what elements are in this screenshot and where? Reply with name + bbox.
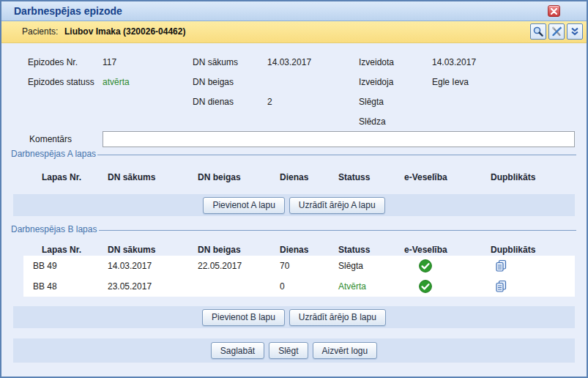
section-b-divider: [99, 230, 576, 231]
cell-statuss: Atvērta: [338, 276, 404, 297]
close-button[interactable]: [548, 5, 560, 17]
cell-dn-sakums: 14.03.2017: [108, 256, 198, 276]
add-b-lapa-button[interactable]: Pievienot B lapu: [202, 309, 285, 326]
status-badge: Atvērta: [338, 281, 366, 292]
detail-row: Izveidoja Egle Ieva: [359, 73, 476, 92]
detail-label: Epizodes Nr.: [28, 53, 103, 73]
detail-row: DN beigas: [193, 73, 311, 92]
detail-row: Epizodes statuss atvērta: [28, 73, 130, 92]
cell-lapas-nr: BB 48: [33, 276, 108, 297]
patient-label: Pacients:: [22, 21, 58, 42]
add-a-lapa-button[interactable]: Pievienot A lapu: [203, 197, 284, 214]
cell-statuss: Slēgta: [338, 256, 404, 276]
close-episode-button[interactable]: Slēgt: [269, 342, 308, 359]
detail-value: 117: [103, 53, 116, 73]
detail-value: 2: [267, 92, 272, 112]
col-header-lapas-nr: Lapas Nr.: [33, 170, 108, 185]
detail-label: Slēdza: [359, 112, 432, 132]
cell-dn-beigas: 22.05.2017: [198, 256, 280, 276]
search-icon: [532, 26, 544, 37]
patient-toolbar: [530, 23, 583, 40]
detail-row: DN sākums 14.03.2017: [193, 53, 311, 73]
col-header-dupblikats: Dupblikāts: [491, 170, 575, 185]
detail-value: 14.03.2017: [432, 53, 476, 73]
col-header-dn-beigas: DN beigas: [198, 170, 280, 185]
detail-row: Izveidota 14.03.2017: [359, 53, 476, 73]
dialog-window: Darbnespējas epizode Pacients: Liubov Im…: [0, 0, 588, 378]
search-button[interactable]: [530, 23, 546, 40]
detail-value: 14.03.2017: [267, 53, 311, 73]
col-header-e-veseliba: e-Veselība: [404, 242, 491, 257]
cell-dupblikats: [491, 259, 575, 273]
green-check-icon: [419, 280, 432, 293]
close-window-button[interactable]: Aizvērt logu: [313, 342, 378, 359]
detail-label: Izveidoja: [359, 73, 432, 92]
detail-label: Epizodes statuss: [28, 73, 103, 92]
detail-row: Epizodes Nr. 117: [28, 53, 130, 73]
table-row[interactable]: BB 48 23.05.2017 0 Atvērta: [23, 276, 575, 297]
col-header-dienas: Dienas: [280, 170, 338, 185]
save-button[interactable]: Saglabāt: [211, 342, 264, 359]
section-b-table-header: Lapas Nr. DN sākums DN beigas Dienas Sta…: [23, 242, 575, 257]
col-header-e-veseliba: e-Veselība: [404, 170, 491, 185]
cell-lapas-nr: BB 49: [33, 256, 108, 276]
cell-e-veseliba: [404, 259, 491, 273]
comment-input[interactable]: [103, 131, 575, 147]
col-header-dn-sakums: DN sākums: [108, 170, 198, 185]
title-bar: Darbnespējas epizode: [1, 1, 587, 21]
col-header-dn-sakums: DN sākums: [108, 242, 198, 257]
green-check-icon: [419, 259, 432, 273]
cell-dn-sakums: 23.05.2017: [108, 276, 198, 297]
col-header-statuss: Statuss: [338, 242, 404, 257]
cell-dupblikats: [491, 280, 575, 293]
col-header-dienas: Dienas: [280, 242, 338, 257]
section-b-button-band: Pievienot B lapu Uzrādīt ārējo B lapu: [13, 306, 575, 328]
page-title: Darbnespējas epizode: [14, 1, 122, 21]
detail-label: Slēgta: [359, 92, 432, 112]
copy-icon[interactable]: [494, 259, 507, 273]
patient-bar: Pacients: Liubov Imaka (320026-04462): [1, 21, 587, 43]
collapse-button[interactable]: [567, 23, 583, 40]
col-header-statuss: Statuss: [338, 170, 404, 185]
col-header-lapas-nr: Lapas Nr.: [33, 242, 108, 257]
detail-row: Slēgta: [359, 92, 476, 112]
show-external-b-lapa-button[interactable]: Uzrādīt ārējo B lapu: [289, 309, 386, 326]
section-a-legend: Darbnespējas A lapas: [11, 149, 96, 159]
copy-icon[interactable]: [494, 280, 507, 293]
detail-row: Slēdza: [359, 112, 476, 132]
details-column-3: Izveidota 14.03.2017 Izveidoja Egle Ieva…: [359, 53, 476, 132]
cell-dienas: 0: [280, 276, 338, 297]
close-icon: [551, 8, 557, 15]
status-badge: Slēgta: [338, 261, 363, 271]
footer-button-band: Saglabāt Slēgt Aizvērt logu: [13, 338, 575, 363]
cell-e-veseliba: [404, 280, 491, 293]
details-column-1: Epizodes Nr. 117 Epizodes statuss atvērt…: [28, 53, 130, 92]
detail-label: DN beigas: [193, 73, 267, 92]
cell-dienas: 70: [280, 256, 338, 276]
detail-value: Egle Ieva: [432, 73, 469, 92]
details-column-2: DN sākums 14.03.2017 DN beigas DN dienas…: [193, 53, 311, 112]
collapse-double-chevron-icon: [570, 26, 580, 37]
patient-name: Liubov Imaka (320026-04462): [64, 21, 185, 42]
show-external-a-lapa-button[interactable]: Uzrādīt ārējo A lapu: [289, 197, 385, 214]
table-row[interactable]: BB 49 14.03.2017 22.05.2017 70 Slēgta: [23, 256, 575, 276]
comment-label: Komentārs: [29, 131, 72, 147]
section-a-table-header: Lapas Nr. DN sākums DN beigas Dienas Sta…: [23, 170, 575, 185]
tools-button[interactable]: [548, 23, 565, 40]
detail-label: DN sākums: [193, 53, 267, 73]
detail-label: DN dienas: [193, 92, 267, 112]
episode-status-value: atvērta: [103, 73, 130, 92]
col-header-dupblikats: Dupblikāts: [491, 242, 575, 257]
section-b-legend: Darbnespējas B lapas: [11, 224, 97, 234]
section-b-table-body: BB 49 14.03.2017 22.05.2017 70 Slēgta: [23, 256, 575, 297]
tools-icon: [551, 26, 562, 37]
section-a-button-band: Pievienot A lapu Uzrādīt ārējo A lapu: [13, 194, 575, 216]
detail-row: DN dienas 2: [193, 92, 311, 112]
col-header-dn-beigas: DN beigas: [198, 242, 280, 257]
section-a-divider: [97, 155, 576, 155]
detail-label: Izveidota: [359, 53, 432, 73]
